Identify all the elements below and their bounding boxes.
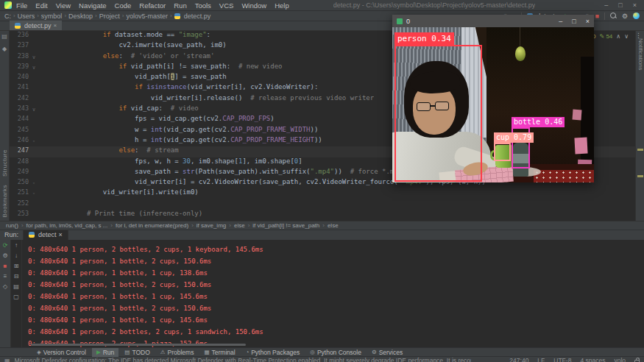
console-output[interactable]: 0: 480x640 1 person, 2 bottles, 2 cups, …	[22, 240, 644, 347]
editor-breadcrumb-item[interactable]: run()	[6, 222, 18, 229]
gutter-icon[interactable]: ∨	[29, 104, 39, 115]
gutter-icon[interactable]: ∨	[29, 63, 39, 73]
editor-breadcrumb-item[interactable]: for i, det in enumerate(pred)	[116, 222, 188, 229]
tool-window-button-python-console[interactable]: ◎Python Console	[305, 348, 366, 357]
gutter-icon[interactable]: ▫	[29, 136, 39, 146]
run-tab-detect[interactable]: detect ×	[23, 230, 68, 240]
console-line: 0: 480x640 1 person, 2 cups, 1 pizza, 15…	[28, 338, 644, 347]
notifications-tool-button[interactable]: Notifications	[637, 38, 644, 71]
down-icon[interactable]: ↓	[15, 252, 18, 259]
cup-bounding-box	[494, 143, 511, 161]
rerun-icon[interactable]: ⟳	[3, 242, 8, 249]
horizontal-scrollbar[interactable]	[31, 344, 246, 346]
tool-button-bookmarks[interactable]: Bookmarks	[1, 185, 8, 218]
file-encoding[interactable]: UTF-8	[553, 357, 571, 362]
indent-setting[interactable]: 4 spaces	[580, 357, 605, 362]
pin-icon[interactable]: ◇	[3, 283, 7, 290]
tool-window-button-version-control[interactable]: ◈Version Control	[32, 348, 91, 357]
menu-file[interactable]: File	[16, 1, 27, 10]
prev-problem-icon[interactable]: ∧	[616, 33, 620, 40]
menu-code[interactable]: Code	[115, 1, 132, 10]
lock-icon[interactable]	[634, 360, 640, 362]
minimize-button[interactable]: –	[604, 1, 608, 9]
detection-preview-window[interactable]: 0 – □ ×	[392, 15, 594, 182]
menu-edit[interactable]: Edit	[35, 1, 47, 10]
menu-help[interactable]: Help	[275, 1, 289, 10]
code-line-253[interactable]: 253 # Print time (inference-only)	[10, 210, 635, 220]
settings-icon[interactable]: ⚙	[2, 252, 7, 259]
menu-refactor[interactable]: Refactor	[139, 1, 166, 10]
gutter-space	[29, 94, 39, 104]
project-icon[interactable]: ▤	[1, 33, 7, 40]
search-icon[interactable]	[610, 13, 617, 19]
breadcrumb-item[interactable]: Users	[18, 13, 35, 20]
line-ending[interactable]: LF	[537, 357, 545, 362]
scrollbar-mark	[637, 175, 643, 177]
code-line-251[interactable]: 251▫ vid_writer[i].write(im0)	[10, 188, 635, 199]
breadcrumb-item[interactable]: Project	[99, 13, 120, 20]
status-message[interactable]: Microsoft Defender configuration: The ID…	[15, 357, 471, 362]
editor-breadcrumb-item[interactable]: else	[328, 222, 339, 229]
close-tab-icon[interactable]: ×	[54, 22, 57, 29]
gutter-icon[interactable]: ▫	[29, 178, 39, 188]
line-number: 245	[10, 126, 29, 136]
clear-icon[interactable]: ▢	[13, 294, 19, 300]
tool-window-button-todo[interactable]: ▤TODO	[120, 348, 155, 357]
up-icon[interactable]: ↑	[15, 242, 18, 249]
tool-window-bar: ◈Version Control▶Run▤TODO⚠Problems▦Termi…	[0, 347, 644, 356]
breadcrumb-item[interactable]: detect.py	[184, 13, 211, 20]
maximize-button[interactable]: □	[572, 18, 576, 25]
tool-window-button-services[interactable]: ⚙Services	[367, 348, 407, 357]
breadcrumb-item[interactable]: C:	[4, 13, 11, 20]
menu-run[interactable]: Run	[174, 1, 186, 10]
minimize-button[interactable]: –	[559, 18, 562, 25]
menu-navigate[interactable]: Navigate	[79, 1, 107, 10]
close-tab-icon[interactable]: ×	[59, 231, 63, 238]
print-icon[interactable]: ▤	[13, 283, 19, 290]
editor-breadcrumb-item[interactable]: for path, im, im0s, vid_cap, s ...	[26, 222, 108, 229]
menu-view[interactable]: View	[56, 1, 71, 10]
pycharm-logo-icon	[4, 1, 12, 9]
tool-window-button-problems[interactable]: ⚠Problems	[156, 348, 199, 357]
chevron-right-icon: ›	[229, 222, 231, 229]
line-number: 238	[10, 52, 29, 63]
expand-all-icon[interactable]: ⊞	[14, 263, 19, 269]
breadcrumb-item[interactable]: yolov5-master	[126, 13, 168, 20]
breadcrumb-item[interactable]: Desktop	[68, 13, 93, 20]
menu-window[interactable]: Window	[241, 1, 266, 10]
gear-icon[interactable]: ⚙	[622, 13, 628, 20]
tool-window-button-terminal[interactable]: ▦Terminal	[199, 348, 239, 357]
gutter-icon[interactable]: ▫	[29, 188, 39, 199]
breadcrumb-item[interactable]: symbol	[41, 13, 63, 20]
stop-icon[interactable]: ■	[4, 263, 7, 269]
commit-icon[interactable]: ◆	[2, 46, 7, 52]
console-line: 0: 480x640 1 person, 1 bottle, 2 cups, 1…	[28, 255, 644, 267]
menu-tools[interactable]: Tools	[195, 1, 211, 10]
gutter-icon[interactable]: ∨	[29, 52, 39, 63]
collapse-all-icon[interactable]: ⊟	[14, 273, 19, 280]
close-button[interactable]: ×	[586, 18, 590, 25]
status-panel-icon[interactable]: ▦	[4, 358, 10, 362]
tool-window-button-python-packages[interactable]: ◔Python Packages	[241, 348, 305, 357]
detection-window-titlebar[interactable]: 0 – □ ×	[392, 15, 594, 27]
caret-position[interactable]: 247:40	[509, 357, 528, 362]
tool-window-button-run[interactable]: ▶Run	[92, 348, 118, 357]
line-number: 246	[10, 136, 29, 146]
line-number: 242	[10, 94, 29, 104]
soft-wrap-icon[interactable]: ≡	[4, 273, 7, 280]
editor-breadcrumb-item[interactable]: else	[234, 222, 245, 229]
next-problem-icon[interactable]: ∨	[624, 33, 629, 40]
code-with-me-icon[interactable]	[633, 13, 640, 19]
interpreter-name[interactable]: yolo	[614, 357, 626, 362]
tool-button-structure[interactable]: Structure	[1, 149, 8, 177]
tab-detect-py[interactable]: detect.py ×	[10, 21, 62, 30]
line-number: 236	[10, 31, 29, 41]
editor-breadcrumb-item[interactable]: if save_img	[197, 222, 226, 229]
editor-breadcrumb-bar: run()›for path, im, im0s, vid_cap, s ...…	[0, 221, 644, 230]
code-line-252[interactable]: 252	[10, 199, 635, 210]
stop-button[interactable]: ■	[595, 13, 598, 20]
menu-vcs[interactable]: VCS	[219, 1, 234, 10]
close-button[interactable]: ×	[633, 1, 637, 9]
editor-breadcrumb-item[interactable]: if vid_path[i] != save_path	[252, 222, 319, 229]
maximize-button[interactable]: □	[618, 1, 622, 9]
